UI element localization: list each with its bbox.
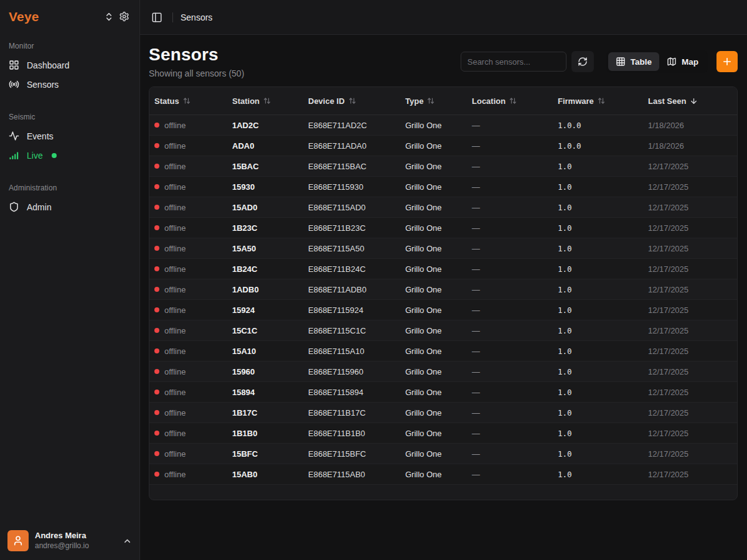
topbar-divider (172, 12, 173, 22)
status-cell: offline (149, 429, 227, 438)
table-row[interactable]: offline 1B24C E868E711B24C Grillo One — … (149, 259, 737, 279)
table-row[interactable]: offline 15BFC E868E7115BFC Grillo One — … (149, 444, 737, 464)
table-row[interactable]: offline 15924 E868E7115924 Grillo One — … (149, 300, 737, 320)
device-id-cell: E868E711B1B0 (303, 429, 400, 438)
activity-icon (9, 131, 19, 141)
sidebar-item-dashboard[interactable]: Dashboard (5, 55, 134, 75)
table-row[interactable]: offline 1B1B0 E868E711B1B0 Grillo One — … (149, 423, 737, 444)
column-header-last-seen[interactable]: Last Seen (643, 96, 737, 106)
status-cell: offline (149, 264, 227, 274)
table-row[interactable]: offline 1AD2C E868E711AD2C Grillo One — … (149, 115, 737, 136)
firmware-cell: 1.0 (553, 306, 643, 315)
table-row[interactable]: offline 1ADB0 E868E711ADB0 Grillo One — … (149, 279, 737, 300)
device-id-cell: E868E7115A10 (303, 347, 400, 356)
map-icon (667, 57, 677, 67)
device-id-cell: E868E7115BAC (303, 162, 400, 171)
offline-status-dot-icon (154, 328, 159, 333)
status-label: offline (164, 182, 186, 192)
live-status-dot-icon (52, 153, 57, 158)
device-id-cell: E868E7115A50 (303, 244, 400, 253)
sidebar-item-events[interactable]: Events (5, 126, 134, 146)
table-row[interactable]: offline 15AD0 E868E7115AD0 Grillo One — … (149, 197, 737, 218)
table-row[interactable]: offline 15AB0 E868E7115AB0 Grillo One — … (149, 464, 737, 485)
org-switcher-button[interactable] (101, 9, 116, 24)
type-cell: Grillo One (400, 388, 467, 397)
offline-status-dot-icon (154, 266, 159, 271)
add-sensor-button[interactable] (716, 51, 738, 72)
table-row[interactable]: offline 15960 E868E7115960 Grillo One — … (149, 362, 737, 382)
last-seen-cell: 12/17/2025 (643, 326, 737, 335)
table-row[interactable]: offline 15C1C E868E7115C1C Grillo One — … (149, 320, 737, 341)
view-toggle-map[interactable]: Map (659, 52, 706, 71)
table-row[interactable]: offline 15BAC E868E7115BAC Grillo One — … (149, 156, 737, 177)
status-cell: offline (149, 182, 227, 192)
offline-status-dot-icon (154, 287, 159, 292)
status-label: offline (164, 223, 186, 233)
table-row[interactable]: offline ADA0 E868E711ADA0 Grillo One — 1… (149, 136, 737, 156)
column-header-firmware[interactable]: Firmware (553, 96, 643, 106)
user-meta: Andres Meira andres@grillo.io (35, 531, 116, 550)
page-header: Sensors Showing all sensors (50) Table M… (149, 45, 738, 78)
status-label: offline (164, 121, 186, 130)
sidebar-item-admin[interactable]: Admin (5, 197, 134, 217)
nav-spacer (5, 94, 134, 106)
table-body: offline 1AD2C E868E711AD2C Grillo One — … (149, 115, 737, 485)
last-seen-cell: 12/17/2025 (643, 470, 737, 479)
status-label: offline (164, 203, 186, 212)
location-cell: — (467, 470, 553, 479)
table-row[interactable]: offline 15A10 E868E7115A10 Grillo One — … (149, 341, 737, 362)
station-cell: 15A10 (227, 347, 303, 356)
station-cell: 15BFC (227, 449, 303, 459)
sidebar-toggle-button[interactable] (149, 9, 165, 26)
firmware-cell: 1.0 (553, 264, 643, 274)
column-header-type[interactable]: Type (400, 96, 467, 106)
status-label: offline (164, 470, 186, 479)
firmware-cell: 1.0 (553, 182, 643, 192)
status-cell: offline (149, 285, 227, 294)
table-row[interactable]: offline 15A50 E868E7115A50 Grillo One — … (149, 238, 737, 259)
chevrons-up-down-icon (104, 12, 114, 22)
table-row[interactable]: offline 15894 E868E7115894 Grillo One — … (149, 382, 737, 403)
status-label: offline (164, 244, 186, 253)
last-seen-cell: 12/17/2025 (643, 306, 737, 315)
table-row[interactable]: offline 1B17C E868E711B17C Grillo One — … (149, 403, 737, 423)
view-toggle-table[interactable]: Table (608, 52, 659, 71)
settings-button[interactable] (116, 9, 132, 24)
status-label: offline (164, 347, 186, 356)
sidebar-item-label: Live (27, 151, 43, 161)
station-cell: 15A50 (227, 244, 303, 253)
search-input[interactable] (461, 52, 566, 72)
status-label: offline (164, 449, 186, 459)
sidebar-header: Veye (0, 0, 139, 30)
firmware-cell: 1.0 (553, 285, 643, 294)
toolbar: Table Map (461, 50, 738, 73)
table-row[interactable]: offline 15930 E868E7115930 Grillo One — … (149, 177, 737, 197)
type-cell: Grillo One (400, 429, 467, 438)
status-label: offline (164, 141, 186, 151)
last-seen-cell: 12/17/2025 (643, 244, 737, 253)
sidebar-item-label: Sensors (27, 80, 59, 90)
refresh-button[interactable] (571, 51, 594, 72)
status-cell: offline (149, 223, 227, 233)
location-cell: — (467, 121, 553, 130)
sidebar-item-live[interactable]: Live (5, 146, 134, 165)
sidebar-item-sensors[interactable]: Sensors (5, 75, 134, 94)
station-cell: 1AD2C (227, 121, 303, 130)
column-header-location[interactable]: Location (467, 96, 553, 106)
status-label: offline (164, 306, 186, 315)
table-row[interactable]: offline 1B23C E868E711B23C Grillo One — … (149, 218, 737, 238)
status-cell: offline (149, 162, 227, 171)
status-cell: offline (149, 306, 227, 315)
location-cell: — (467, 141, 553, 151)
user-menu[interactable]: Andres Meira andres@grillo.io (0, 524, 139, 560)
station-cell: 15894 (227, 388, 303, 397)
column-header-status[interactable]: Status (149, 96, 227, 106)
main-area: Sensors Sensors Showing all sensors (50)… (140, 0, 747, 560)
firmware-cell: 1.0 (553, 429, 643, 438)
last-seen-cell: 12/17/2025 (643, 264, 737, 274)
firmware-cell: 1.0 (553, 470, 643, 479)
type-cell: Grillo One (400, 347, 467, 356)
last-seen-cell: 12/17/2025 (643, 223, 737, 233)
column-header-device-id[interactable]: Device ID (303, 96, 400, 106)
column-header-station[interactable]: Station (227, 96, 303, 106)
